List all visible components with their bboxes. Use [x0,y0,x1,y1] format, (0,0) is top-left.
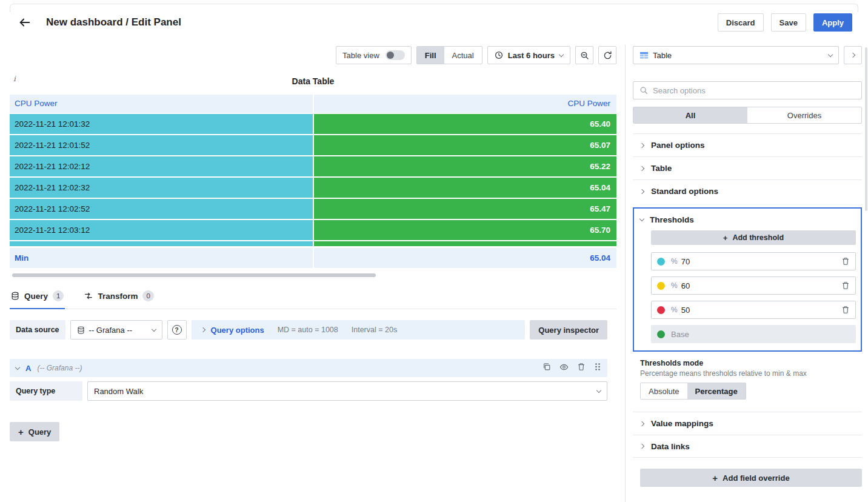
query-type-row: Query type Random Walk [10,381,607,401]
data-source-label: Data source [10,320,65,340]
query-row-header[interactable]: A (-- Grafana --) [10,359,607,377]
delete-threshold-icon[interactable] [841,306,850,314]
delete-threshold-icon[interactable] [841,257,850,266]
table-body: 2022-11-21 12:01:3265.402022-11-21 12:01… [10,114,616,240]
time-cell: 2022-11-21 12:02:52 [10,199,313,219]
tab-transform[interactable]: Transform 0 [83,286,155,309]
thresholds-mode-absolute[interactable]: Absolute [641,383,687,399]
search-options-field[interactable] [633,81,862,99]
copy-icon[interactable] [542,363,551,373]
query-editor: Data source -- Grafana -- ? Query option… [10,320,607,441]
add-field-override-button[interactable]: + Add field override [640,469,862,487]
back-button[interactable] [18,16,32,29]
save-button[interactable]: Save [771,13,806,32]
table-header-row: CPU Power CPU Power [10,95,616,113]
add-query-button[interactable]: + Query [10,422,59,441]
display-mode-switch: FillActual [416,46,482,64]
search-input[interactable] [653,86,855,95]
chevron-right-icon [850,53,855,58]
drag-handle-icon[interactable] [594,363,601,373]
threshold-color-dot[interactable] [657,282,665,290]
visualization-row: Table [633,46,862,64]
threshold-value-input[interactable]: 70 [681,257,690,266]
sidebar-scrollbar[interactable] [865,47,867,211]
question-icon: ? [172,325,182,335]
base-color-dot[interactable] [657,330,665,338]
threshold-value-input[interactable]: 60 [681,281,690,290]
thresholds-mode-percentage[interactable]: Percentage [687,383,746,399]
search-icon [639,86,648,95]
column-header-left[interactable]: CPU Power [10,95,313,113]
horizontal-scrollbar[interactable] [12,273,376,277]
value-cell: 65.22 [314,156,616,176]
section-value-mappings[interactable]: Value mappings [633,412,862,435]
section-label: Table [651,164,672,173]
plus-icon: + [723,234,728,242]
apply-button[interactable]: Apply [813,13,852,32]
table-view-toggle[interactable] [386,50,405,60]
eye-icon[interactable] [559,363,569,374]
filter-tab-overrides[interactable]: Overrides [747,107,861,123]
value-cell [314,241,616,246]
zoom-out-button[interactable] [575,46,593,64]
section-table[interactable]: Table [633,156,862,179]
threshold-percent-prefix: % [671,257,678,266]
zoom-out-icon [580,51,589,60]
threshold-color-dot[interactable] [657,258,665,266]
query-options-md: MD = auto = 1008 [278,326,338,334]
add-threshold-button[interactable]: + Add threshold [651,230,856,245]
tab-query[interactable]: Query 1 [10,286,65,309]
query-count-badge: 1 [53,290,64,301]
thresholds-title: Thresholds [650,215,694,224]
clock-icon [495,51,503,59]
section-standard-options[interactable]: Standard options [633,179,862,202]
filter-tab-all[interactable]: All [633,107,747,123]
display-mode-actual[interactable]: Actual [444,47,482,64]
section-label: Standard options [651,187,718,196]
value-cell: 65.40 [314,114,616,134]
threshold-row: %50 [651,301,856,319]
query-row-actions [542,363,601,374]
section-label: Value mappings [651,419,713,428]
thresholds-header[interactable]: Thresholds [640,210,856,229]
query-options-bar[interactable]: Query options MD = auto = 1008 Interval … [192,320,526,340]
section-data-links[interactable]: Data links [633,435,862,458]
table-view-label: Table view [342,51,379,60]
threshold-color-dot[interactable] [657,306,665,314]
thresholds-mode-block: Thresholds mode Percentage means thresho… [640,359,862,400]
chevron-right-icon [200,327,205,332]
table-view-control: Table view [336,46,412,64]
query-options-label: Query options [211,326,264,335]
refresh-button[interactable] [598,46,616,64]
main-area: Table view FillActual Last 6 hours i Dat… [0,45,868,502]
query-inspector-button[interactable]: Query inspector [530,320,607,340]
display-mode-fill[interactable]: Fill [417,47,444,64]
table-row: 2022-11-21 12:03:1265.70 [10,220,616,240]
data-source-value: -- Grafana -- [89,326,133,335]
query-type-select[interactable]: Random Walk [87,381,607,401]
visualization-picker[interactable]: Table [633,46,839,64]
data-source-picker[interactable]: -- Grafana -- [70,320,162,340]
section-panel-options[interactable]: Panel options [633,133,862,156]
panel-edit-main: Table view FillActual Last 6 hours i Dat… [0,45,626,502]
collapse-options-button[interactable] [844,46,862,64]
database-icon [77,326,85,334]
panel-info-icon[interactable]: i [13,75,16,83]
time-range-label: Last 6 hours [508,51,555,60]
section-label: Data links [651,442,690,451]
threshold-value-input[interactable]: 50 [681,306,690,315]
query-row-datasource: (-- Grafana --) [37,364,82,372]
threshold-percent-prefix: % [671,306,678,314]
trash-icon[interactable] [577,363,586,373]
editor-tabs: Query 1 Transform 0 [10,286,616,309]
thresholds-mode-switch: AbsolutePercentage [640,383,746,400]
column-header-right[interactable]: CPU Power [314,95,616,113]
query-type-value: Random Walk [94,387,143,396]
transform-count-badge: 0 [142,290,153,301]
value-cell: 65.47 [314,199,616,219]
help-button[interactable]: ? [167,320,187,340]
discard-button[interactable]: Discard [718,13,764,32]
time-range-picker[interactable]: Last 6 hours [487,46,570,64]
time-cell: 2022-11-21 12:03:12 [10,220,313,240]
delete-threshold-icon[interactable] [841,281,850,290]
